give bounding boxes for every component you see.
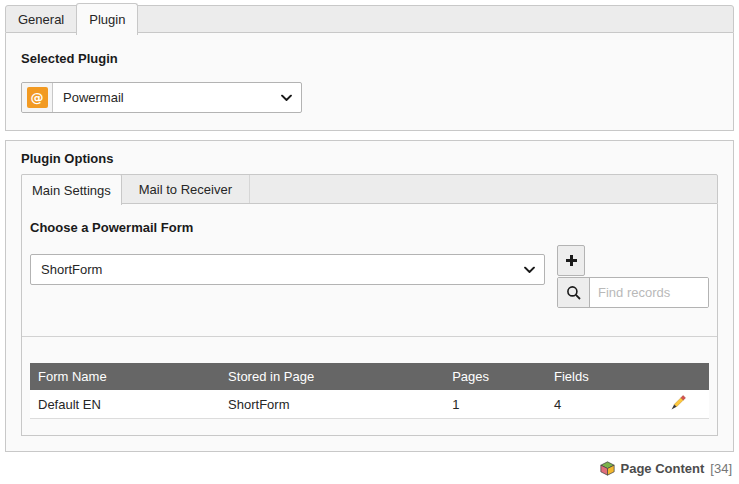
tab-main-settings-label: Main Settings: [32, 183, 111, 198]
footer-record-type: Page Content: [621, 461, 705, 476]
find-records-group: [557, 277, 709, 308]
plugin-select[interactable]: @ Powermail: [21, 82, 302, 113]
cell-fields: 4: [546, 390, 648, 419]
cell-stored-in-page: ShortForm: [220, 390, 444, 419]
plugin-options-tabbar: Main Settings Mail to Receiver: [21, 174, 718, 204]
choose-form-heading: Choose a Powermail Form: [30, 220, 709, 236]
table-header-row: Form Name Stored in Page Pages Fields: [30, 363, 709, 390]
header-fields: Fields: [546, 363, 648, 390]
record-tabbar: General Plugin: [5, 5, 734, 33]
find-records-input[interactable]: [590, 278, 708, 307]
tab-mail-to-receiver[interactable]: Mail to Receiver: [122, 175, 250, 203]
tab-plugin-label: Plugin: [89, 12, 125, 27]
section-divider: [22, 336, 717, 337]
header-stored-in-page: Stored in Page: [220, 363, 444, 390]
search-button[interactable]: [558, 278, 590, 307]
main-settings-tabpanel: Choose a Powermail Form ShortForm: [21, 204, 718, 436]
form-picker-row: ShortForm: [30, 245, 709, 308]
plugin-options-panel: Plugin Options Main Settings Mail to Rec…: [5, 140, 734, 452]
add-record-button[interactable]: [557, 245, 585, 276]
selected-plugin-panel: Selected Plugin @ Powermail: [5, 33, 734, 131]
edit-record-button[interactable]: [671, 395, 686, 410]
record-footer: Page Content [34]: [0, 461, 732, 476]
forms-table: Form Name Stored in Page Pages Fields De…: [30, 363, 709, 419]
header-pages: Pages: [444, 363, 546, 390]
tab-general-label: General: [18, 12, 64, 27]
plus-icon: [565, 254, 578, 267]
cell-form-name: Default EN: [30, 390, 220, 419]
tab-plugin[interactable]: Plugin: [76, 3, 138, 35]
cell-pages: 1: [444, 390, 546, 419]
form-picker-controls: [557, 245, 709, 308]
powermail-at-icon: @: [27, 87, 48, 108]
cell-actions: [648, 390, 709, 419]
chevron-down-icon: [281, 94, 292, 101]
plugin-icon-cell: @: [22, 83, 53, 112]
tab-mail-to-receiver-label: Mail to Receiver: [139, 182, 232, 197]
powermail-form-select-value: ShortForm: [31, 255, 544, 284]
tab-main-settings[interactable]: Main Settings: [21, 174, 122, 205]
edit-pencil-icon: [671, 395, 686, 410]
header-form-name: Form Name: [30, 363, 220, 390]
selected-plugin-heading: Selected Plugin: [21, 51, 718, 67]
plugin-options-heading: Plugin Options: [21, 151, 718, 167]
magnifier-icon: [566, 285, 582, 301]
footer-record-uid: [34]: [710, 461, 732, 476]
tab-general[interactable]: General: [6, 6, 76, 32]
table-row: Default EN ShortForm 1 4: [30, 390, 709, 419]
header-actions: [648, 363, 709, 390]
plugin-select-value: Powermail: [53, 83, 301, 112]
content-element-cube-icon: [600, 461, 615, 476]
chevron-down-icon: [524, 266, 535, 273]
powermail-form-select[interactable]: ShortForm: [30, 254, 545, 285]
